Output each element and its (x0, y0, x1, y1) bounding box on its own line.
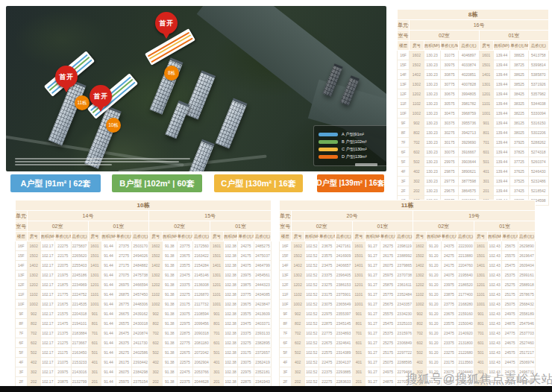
table-cell: 402 (413, 358, 427, 367)
table-row: 3F302130.23297753877598301139.4437525523… (398, 177, 549, 186)
legend-label: B 户型|102m² (342, 139, 366, 145)
table-cell: 2099456 (193, 319, 210, 329)
table-cell: 1401 (474, 261, 488, 271)
table-cell: 601 (479, 148, 493, 157)
table-cell: 802 (413, 319, 427, 329)
table-cell: 102.38 (223, 271, 238, 280)
table-cell: 302 (291, 367, 304, 377)
table-cell: 1601 (88, 241, 101, 251)
table-cell: 1002 (27, 300, 40, 309)
table-cell: 91.20 (427, 241, 442, 251)
table-cell: 23975 (238, 271, 254, 280)
table-cell: 2406657 (335, 261, 352, 271)
column-header: 面积(M²) (487, 232, 502, 241)
table-cell: 91.38 (163, 271, 178, 280)
table-cell: 2275837 (71, 241, 88, 251)
table-cell: 602 (410, 148, 424, 157)
table-cell: 2183884 (71, 329, 88, 338)
room-number: 02室 (410, 31, 479, 41)
table-cell: 2599161 (518, 271, 535, 280)
table-cell: 2568432 (518, 300, 535, 309)
table-cell: 102.17 (40, 290, 55, 300)
table-cell: 2062904 (193, 358, 210, 367)
table-cell: 23475 (319, 261, 336, 271)
unit-type-legend: A 户型|91m²B 户型|102m²C 户型|130m²D 户型|139m² (313, 125, 386, 166)
table-cell: 701 (479, 138, 493, 148)
table-cell: 23575 (177, 261, 193, 271)
table-cell: 22775 (177, 338, 193, 348)
table-cell: 102.17 (40, 261, 55, 271)
table-cell: 16F (398, 51, 410, 60)
table-cell: 2334893 (335, 329, 352, 338)
table-cell: 91.27 (366, 280, 380, 290)
table-cell: 102.43 (487, 251, 502, 261)
table-row: 14F1402102.52234752406657140191.27260752… (280, 261, 536, 271)
table-cell: 102.52 (304, 338, 319, 348)
table-cell: 102.52 (304, 300, 319, 309)
room-number-row: 室号02室01室 (398, 31, 549, 41)
table-cell: 1201 (479, 89, 493, 99)
table-cell: 2386153 (335, 280, 352, 290)
column-header: 房号 (352, 232, 366, 241)
table-cell: 1202 (410, 89, 424, 99)
column-header: 面积(M²) (163, 232, 178, 241)
table-row: 4F402102.5222475230413740191.27250752288… (280, 358, 536, 367)
column-header: 楼层 (398, 41, 410, 51)
table-cell: 2484882 (132, 261, 149, 271)
table-cell: 130.23 (424, 167, 440, 177)
table-cell: 24675 (502, 338, 518, 348)
table-cell: 91.27 (366, 251, 380, 261)
table-cell: 1201 (88, 280, 101, 290)
column-header: 面积(M²) (40, 232, 55, 241)
table-cell: 2413609 (254, 309, 271, 319)
table-row: 9F902130.23303753955736901139.4438125531… (398, 118, 549, 128)
table-cell: 26375 (116, 338, 132, 348)
table-cell: 22575 (319, 348, 336, 358)
table-cell: 2341943 (254, 377, 271, 387)
table-cell: 102.52 (304, 367, 319, 377)
table-cell: 2223000 (457, 241, 474, 251)
table-cell: 5344038 (528, 99, 548, 109)
table-cell: 130.23 (424, 89, 440, 99)
table-cell: 102.43 (487, 241, 502, 251)
table-cell: 139.44 (493, 177, 509, 186)
table-cell: 2439162 (132, 309, 149, 319)
table-cell: 14F (280, 261, 292, 271)
table-cell: 102.38 (223, 358, 238, 367)
table-cell: 102.17 (40, 280, 55, 290)
table-cell: 24275 (441, 251, 457, 261)
table-cell: 21375 (55, 329, 72, 338)
table-cell: 901 (210, 309, 224, 319)
building (186, 139, 214, 171)
table-cell: 21175 (55, 348, 72, 358)
table-cell: 2304137 (335, 358, 352, 367)
table-cell: 5316150 (528, 118, 548, 128)
table-cell: 26275 (380, 241, 396, 251)
table-row: 8F802102.5222875234514580191.27254752325… (280, 319, 536, 329)
table-cell: 2427161 (335, 241, 352, 251)
table-cell: 1501 (210, 251, 224, 261)
column-header: 房号 (27, 232, 40, 241)
table-cell: 9F (398, 118, 410, 128)
table-cell: 4033874 (459, 60, 479, 70)
table-cell: 139.44 (493, 51, 509, 60)
table-cell: 2044628 (193, 377, 210, 387)
table-cell: 1601 (479, 51, 493, 60)
table-cell: 1502 (413, 251, 427, 261)
table-cell: 38225 (510, 109, 528, 118)
table-cell: 130.23 (424, 80, 440, 89)
table-cell: 91.38 (163, 338, 178, 348)
table-cell: 23275 (319, 280, 336, 290)
table-row: 6F602102.1721275217366760191.44263752411… (16, 338, 272, 348)
table-cell: 102.17 (40, 251, 55, 261)
table-cell: 102.17 (40, 367, 55, 377)
table-cell: 23775 (238, 290, 254, 300)
table-cell: 23175 (177, 300, 193, 309)
table-cell: 91.27 (366, 241, 380, 251)
table-row: 7F702130.23301753929690701139.4437925528… (398, 138, 549, 148)
table-cell: 3955736 (459, 118, 479, 128)
unit-number: 19号 (413, 211, 536, 221)
table-cell: 102.52 (304, 271, 319, 280)
table-cell: 130.23 (424, 99, 440, 109)
table-cell: 2053766 (193, 367, 210, 377)
